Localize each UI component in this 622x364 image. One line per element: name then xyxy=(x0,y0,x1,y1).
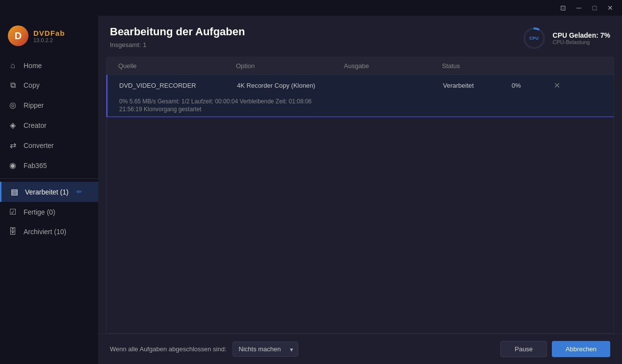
task-output xyxy=(341,80,439,92)
col-progress xyxy=(507,57,546,74)
task-detail-line-1: 0% 5.65 MB/s Gesamt: 1/2 Laufzeit: 00:00… xyxy=(119,98,602,105)
task-source: DVD_VIDEO_RECORDER xyxy=(115,76,233,95)
sidebar-queue-label: Archiviert (10) xyxy=(24,228,66,236)
task-close-button[interactable]: ✕ xyxy=(547,75,567,96)
content-header: Bearbeitung der Aufgaben Insgesamt: 1 CP… xyxy=(98,16,622,57)
done-icon: ☑ xyxy=(8,207,18,217)
col-output: Ausgabe xyxy=(340,57,438,74)
sidebar: D DVDFab 13.0.2.2 ⌂ Home ⧉ Copy ◎ Ripper… xyxy=(0,16,98,364)
table-header: Quelle Option Ausgabe Status xyxy=(106,57,614,75)
fab365-icon: ◉ xyxy=(8,161,18,170)
sidebar-item-copy[interactable]: ⧉ Copy xyxy=(0,75,98,95)
content-footer: Wenn alle Aufgaben abgeschlossen sind: N… xyxy=(98,334,622,364)
task-status: Verarbeitet xyxy=(439,76,508,95)
footer-right: Pause Abbrechen xyxy=(500,341,610,357)
sidebar-queue-label: Verarbeitet (1) xyxy=(25,188,69,196)
sidebar-item-label: Creator xyxy=(24,121,47,129)
sidebar-item-processing[interactable]: ▤ Verarbeitet (1) ✏ xyxy=(0,182,98,202)
logo-icon: D xyxy=(8,25,28,46)
col-source: Quelle xyxy=(114,57,232,74)
sidebar-item-done[interactable]: ☑ Fertige (0) xyxy=(0,202,98,222)
app-version: 13.0.2.2 xyxy=(33,37,65,43)
app-body: D DVDFab 13.0.2.2 ⌂ Home ⧉ Copy ◎ Ripper… xyxy=(0,16,622,364)
col-option: Option xyxy=(232,57,340,74)
cancel-button[interactable]: Abbrechen xyxy=(552,341,610,357)
titlebar: ⊡ ─ □ ✕ xyxy=(0,0,622,16)
sidebar-nav: ⌂ Home ⧉ Copy ◎ Ripper ◈ Creator ⇄ Conve… xyxy=(0,56,98,359)
ripper-icon: ◎ xyxy=(8,100,18,110)
edit-icon: ✏ xyxy=(77,188,82,195)
archived-icon: 🗄 xyxy=(8,227,18,236)
sidebar-divider xyxy=(0,178,98,179)
header-left: Bearbeitung der Aufgaben Insgesamt: 1 xyxy=(110,25,245,49)
cpu-indicator: CPU CPU Geladen: 7% CPU-Belastung xyxy=(521,25,610,51)
creator-icon: ◈ xyxy=(8,121,18,130)
sidebar-item-label: Ripper xyxy=(24,101,44,109)
task-table: Quelle Option Ausgabe Status DVD_VIDEO_R… xyxy=(106,57,614,334)
task-row-main: DVD_VIDEO_RECORDER 4K Recorder Copy (Klo… xyxy=(107,75,614,96)
maximize-btn[interactable]: □ xyxy=(587,0,602,16)
sidebar-item-fab365[interactable]: ◉ Fab365 xyxy=(0,155,98,175)
sidebar-item-home[interactable]: ⌂ Home xyxy=(0,56,98,75)
table-row: DVD_VIDEO_RECORDER 4K Recorder Copy (Klo… xyxy=(106,75,614,117)
task-progress: 0% xyxy=(508,76,547,95)
completion-dropdown-wrapper[interactable]: Nichts machen Herunterfahren Ruhezustand… xyxy=(233,341,298,357)
pause-button[interactable]: Pause xyxy=(500,341,547,357)
task-detail-line-2: 21:56:19 Klonvorgang gestartet xyxy=(119,106,602,113)
task-detail: 0% 5.65 MB/s Gesamt: 1/2 Laufzeit: 00:00… xyxy=(107,96,614,117)
sidebar-item-label: Fab365 xyxy=(24,162,47,170)
completion-dropdown[interactable]: Nichts machen Herunterfahren Ruhezustand… xyxy=(233,341,298,357)
sidebar-queue-label: Fertige (0) xyxy=(24,208,55,216)
cpu-sublabel: CPU-Belastung xyxy=(553,39,610,45)
sidebar-item-creator[interactable]: ◈ Creator xyxy=(0,115,98,135)
cpu-text: CPU Geladen: 7% CPU-Belastung xyxy=(553,31,610,45)
app-name: DVDFab xyxy=(33,29,65,37)
sidebar-item-converter[interactable]: ⇄ Converter xyxy=(0,135,98,155)
footer-left: Wenn alle Aufgaben abgeschlossen sind: N… xyxy=(110,341,298,357)
page-title: Bearbeitung der Aufgaben xyxy=(110,25,245,38)
copy-icon: ⧉ xyxy=(8,81,18,90)
col-action xyxy=(546,57,566,74)
converter-icon: ⇄ xyxy=(8,141,18,150)
page-subtitle: Insgesamt: 1 xyxy=(110,41,245,49)
task-rows: DVD_VIDEO_RECORDER 4K Recorder Copy (Klo… xyxy=(106,75,614,333)
sidebar-item-label: Copy xyxy=(24,81,40,89)
app-logo: D DVDFab 13.0.2.2 xyxy=(0,21,98,56)
sidebar-item-ripper[interactable]: ◎ Ripper xyxy=(0,95,98,115)
logo-text: DVDFab 13.0.2.2 xyxy=(33,29,65,43)
sidebar-item-archived[interactable]: 🗄 Archiviert (10) xyxy=(0,222,98,242)
cpu-label: CPU Geladen: 7% xyxy=(553,31,610,39)
cpu-ring: CPU xyxy=(521,25,547,51)
completion-label: Wenn alle Aufgaben abgeschlossen sind: xyxy=(110,345,227,353)
processing-icon: ▤ xyxy=(9,187,19,196)
sidebar-item-label: Home xyxy=(24,62,42,70)
main-content: Bearbeitung der Aufgaben Insgesamt: 1 CP… xyxy=(98,16,622,364)
task-option: 4K Recorder Copy (Klonen) xyxy=(233,76,341,95)
home-icon: ⌂ xyxy=(8,61,18,70)
col-status: Status xyxy=(438,57,507,74)
restore-btn[interactable]: ⊡ xyxy=(555,0,571,16)
close-btn[interactable]: ✕ xyxy=(602,0,618,16)
sidebar-item-label: Converter xyxy=(24,142,53,149)
minimize-btn[interactable]: ─ xyxy=(571,0,587,16)
